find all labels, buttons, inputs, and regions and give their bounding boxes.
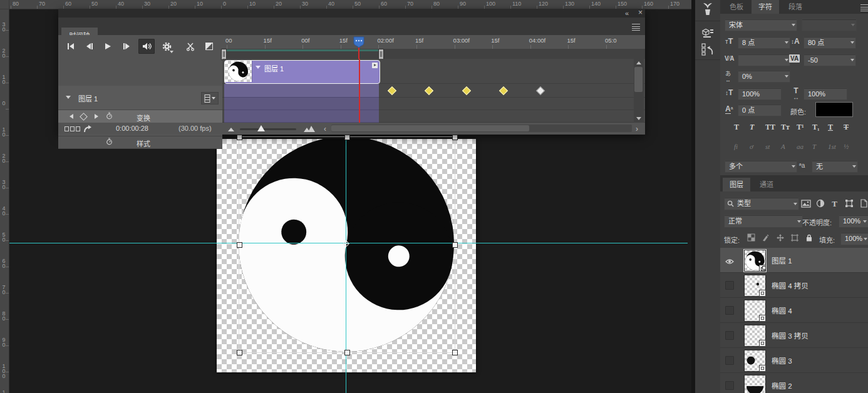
dock-panel-icon-plant[interactable]	[701, 3, 715, 17]
tracking-select[interactable]: -50	[803, 54, 856, 66]
video-clip[interactable]: 图层 1	[224, 60, 380, 84]
property-row-3[interactable]: 样式	[58, 136, 222, 149]
layer-thumbnail[interactable]	[744, 325, 766, 347]
close-panel-icon[interactable]: ×	[638, 9, 643, 16]
layer-thumbnail[interactable]	[744, 375, 766, 393]
strikethrough-button[interactable]: T	[844, 123, 849, 132]
transform-handle[interactable]	[344, 350, 350, 355]
timeline-scrollbar[interactable]	[331, 125, 632, 132]
superscript-button[interactable]: T¹	[797, 123, 804, 132]
go-to-first-frame-button[interactable]	[62, 39, 78, 54]
playhead[interactable]	[353, 36, 365, 48]
property-row-1[interactable]: 变换	[58, 110, 222, 124]
visibility-eye-icon[interactable]	[725, 256, 733, 264]
lock-all-icon[interactable]	[804, 233, 814, 242]
language-select[interactable]: 多个	[725, 160, 797, 173]
tab-swatches[interactable]: 色板	[723, 0, 750, 14]
layer-thumbnail[interactable]	[744, 250, 766, 272]
next-keyframe-icon[interactable]	[95, 114, 98, 119]
previous-keyframe-icon[interactable]	[70, 114, 73, 119]
all-caps-button[interactable]: TT	[765, 123, 775, 132]
shape-filter-icon[interactable]	[844, 198, 854, 208]
tab-paragraph[interactable]: 段落	[782, 0, 809, 14]
stopwatch-icon[interactable]	[106, 112, 113, 120]
ordinals-button[interactable]: 1st	[828, 143, 836, 150]
transform-handle[interactable]	[237, 242, 242, 248]
transform-reference-point[interactable]	[343, 240, 349, 247]
lock-paint-icon[interactable]	[761, 233, 770, 242]
font-style-select[interactable]	[802, 19, 857, 31]
current-timecode[interactable]: 0:00:00:28	[116, 125, 148, 132]
underline-button[interactable]: T	[828, 123, 833, 132]
time-ruler[interactable]: 0015f00f15f02:00f15f03:00f15f04:00f15f05…	[222, 35, 645, 49]
keyframe-diamond[interactable]	[388, 86, 396, 94]
transform-handle[interactable]	[237, 135, 242, 140]
blend-mode-select[interactable]: 正常	[724, 215, 803, 228]
clip-collapse-icon[interactable]	[256, 66, 261, 69]
tab-channels[interactable]: 通道	[753, 178, 780, 191]
stopwatch-icon[interactable]	[106, 138, 113, 145]
stylistic-alternates-button[interactable]: aa	[797, 143, 803, 150]
font-family-select[interactable]: 宋体	[725, 19, 797, 31]
layer-filter-select[interactable]: 类型	[724, 197, 799, 210]
layer-row[interactable]: 椭圆 4	[720, 298, 868, 323]
zoom-out-icon[interactable]	[227, 126, 235, 131]
subscript-button[interactable]: T₁	[812, 123, 820, 132]
visibility-toggle-box[interactable]	[725, 381, 734, 390]
split-at-playhead-button[interactable]	[182, 39, 199, 54]
tab-character[interactable]: 字符	[752, 0, 779, 14]
layer-row[interactable]: 椭圆 3	[720, 348, 868, 373]
layer-row[interactable]: 椭圆 3 拷贝	[720, 323, 868, 348]
transform-handle[interactable]	[452, 135, 458, 140]
swash-button[interactable]: A	[781, 143, 785, 150]
titling-alternates-button[interactable]: T	[812, 143, 816, 150]
layer-name[interactable]: 椭圆 4 拷贝	[772, 280, 809, 290]
layer-row[interactable]: 椭圆 2	[720, 373, 868, 393]
tsume-select[interactable]: 0%	[738, 70, 790, 83]
dock-panel-icon-cube-list[interactable]	[701, 26, 715, 40]
layer-name[interactable]: 椭圆 3	[772, 355, 792, 365]
ligatures-button[interactable]: fi	[734, 143, 738, 150]
transform-handle[interactable]	[344, 135, 350, 140]
visibility-toggle-box[interactable]	[725, 331, 734, 340]
discretionary-ligatures-button[interactable]: st	[765, 143, 770, 150]
fill-input[interactable]: 100%	[840, 232, 868, 245]
scroll-right-icon[interactable]: ›	[636, 125, 638, 133]
timeline-zoom-slider[interactable]	[240, 128, 296, 130]
pixel-filter-icon[interactable]	[800, 198, 811, 208]
go-to-next-frame-button[interactable]	[118, 39, 135, 54]
layer-thumbnail[interactable]	[744, 350, 766, 372]
layer-name[interactable]: 椭圆 3 拷贝	[772, 330, 809, 340]
play-button[interactable]	[100, 39, 116, 54]
character-menu-icon[interactable]	[860, 4, 868, 11]
keyframe-diamond-hollow[interactable]	[536, 86, 545, 94]
timeline-zoom-slider-thumb[interactable]	[257, 125, 265, 131]
vertical-scale-input[interactable]: 100%	[738, 88, 782, 100]
layer-row[interactable]: 椭圆 4 拷贝	[720, 273, 868, 298]
clip-menu-icon[interactable]	[372, 63, 378, 68]
frame-animation-icon[interactable]	[65, 126, 80, 131]
baseline-shift-input[interactable]: 0 点	[738, 104, 782, 116]
transition-button[interactable]	[201, 39, 217, 54]
text-color-swatch[interactable]	[815, 102, 853, 117]
layer-thumbnail[interactable]	[744, 300, 766, 322]
tracks-scrollbar[interactable]	[634, 59, 644, 123]
adjustment-filter-icon[interactable]	[815, 198, 825, 208]
go-to-previous-frame-button[interactable]	[81, 39, 97, 54]
leading-select[interactable]: 80 点	[803, 36, 856, 49]
lock-position-icon[interactable]	[775, 233, 785, 242]
faux-italic-button[interactable]: T	[750, 123, 754, 132]
smart-object-filter-icon[interactable]	[858, 198, 868, 208]
layer-row[interactable]: 图层 1	[720, 248, 868, 273]
track-header[interactable]: 图层 1	[58, 86, 222, 110]
keyframe-diamond[interactable]	[499, 86, 508, 94]
collapse-panel-icon[interactable]: «	[625, 10, 629, 17]
keyframe-diamond[interactable]	[425, 86, 433, 94]
timeline-titlebar[interactable]: « ×	[58, 9, 645, 18]
visibility-toggle-box[interactable]	[725, 306, 734, 315]
transform-handle[interactable]	[452, 242, 458, 248]
horizontal-scale-input[interactable]: 100%	[803, 88, 847, 100]
layer-name[interactable]: 图层 1	[772, 255, 792, 265]
timeline-menu-icon[interactable]	[632, 24, 640, 31]
transform-handle[interactable]	[237, 350, 242, 355]
